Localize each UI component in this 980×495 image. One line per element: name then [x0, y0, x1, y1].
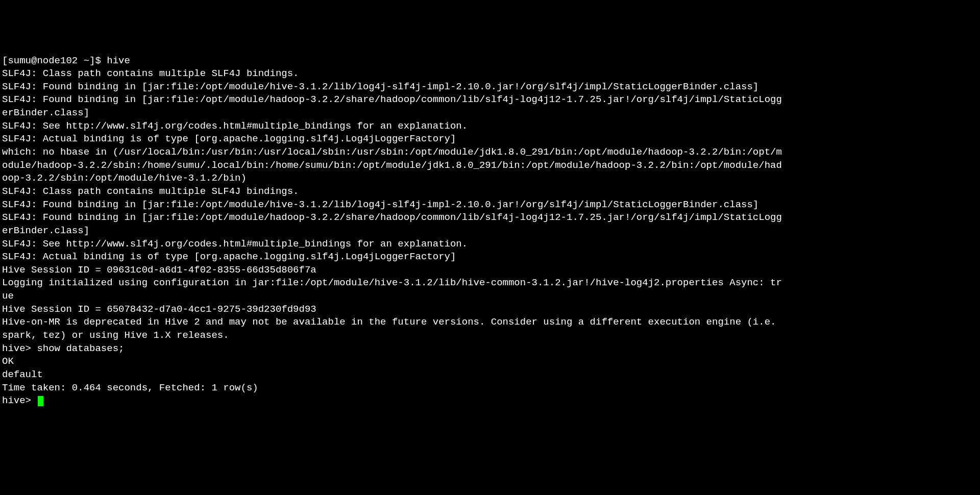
terminal-line: default: [2, 368, 782, 382]
terminal-line: SLF4J: Found binding in [jar:file:/opt/m…: [2, 81, 782, 94]
terminal-line: Hive Session ID = 09631c0d-a6d1-4f02-835…: [2, 264, 782, 277]
terminal-line: SLF4J: Actual binding is of type [org.ap…: [2, 251, 782, 264]
terminal-output[interactable]: [sumu@node102 ~]$ hiveSLF4J: Class path …: [2, 55, 782, 408]
terminal-line: Time taken: 0.464 seconds, Fetched: 1 ro…: [2, 382, 782, 395]
terminal-line: SLF4J: Found binding in [jar:file:/opt/m…: [2, 93, 782, 119]
terminal-line: hive> show databases;: [2, 342, 782, 356]
terminal-line: which: no hbase in (/usr/local/bin:/usr/…: [2, 146, 782, 185]
terminal-line: SLF4J: Actual binding is of type [org.ap…: [2, 133, 782, 146]
terminal-line: SLF4J: Class path contains multiple SLF4…: [2, 67, 782, 81]
cursor-icon: [38, 396, 43, 406]
terminal-line: OK: [2, 355, 782, 368]
terminal-line: SLF4J: See http://www.slf4j.org/codes.ht…: [2, 238, 782, 251]
terminal-line: [sumu@node102 ~]$ hive: [2, 55, 782, 68]
terminal-line: SLF4J: Class path contains multiple SLF4…: [2, 185, 782, 199]
terminal-line: Logging initialized using configuration …: [2, 277, 782, 303]
terminal-line: SLF4J: Found binding in [jar:file:/opt/m…: [2, 199, 782, 212]
terminal-line: Hive-on-MR is deprecated in Hive 2 and m…: [2, 316, 782, 342]
terminal-line: SLF4J: Found binding in [jar:file:/opt/m…: [2, 211, 782, 237]
terminal-line: Hive Session ID = 65078432-d7a0-4cc1-927…: [2, 303, 782, 316]
terminal-line: SLF4J: See http://www.slf4j.org/codes.ht…: [2, 120, 782, 133]
prompt-text: hive>: [2, 395, 37, 406]
terminal-prompt[interactable]: hive>: [2, 395, 43, 406]
